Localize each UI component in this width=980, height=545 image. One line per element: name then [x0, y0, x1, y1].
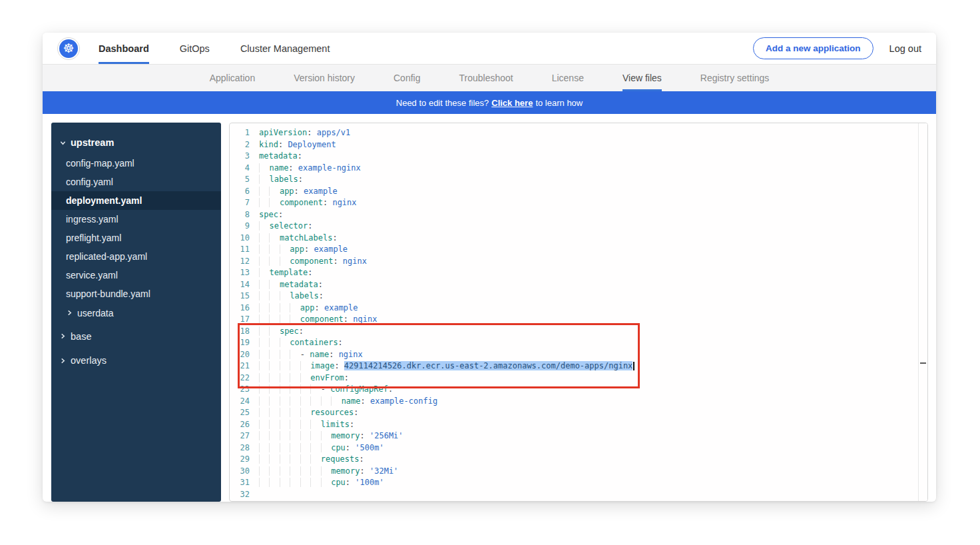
banner-text-before: Need to edit these files? — [396, 98, 489, 108]
cursor-position-marker — [920, 362, 926, 364]
tree-item-label: base — [71, 332, 91, 342]
nav-item-cluster-management[interactable]: Cluster Management — [240, 33, 330, 64]
editor-scrollbar[interactable] — [918, 123, 927, 501]
tab-troubleshoot[interactable]: Troubleshoot — [459, 65, 513, 91]
content-area: upstreamconfig-map.yamlconfig.yamldeploy… — [43, 114, 936, 502]
text-cursor — [633, 362, 634, 370]
tree-item-label: service.yaml — [66, 271, 118, 280]
tree-file-config-map.yaml[interactable]: config-map.yaml — [51, 154, 221, 173]
code-line[interactable]: 8spec: — [230, 209, 918, 221]
tree-item-label: support-bundle.yaml — [66, 289, 150, 298]
tree-file-deployment.yaml[interactable]: deployment.yaml — [51, 191, 221, 210]
tree-item-label: config.yaml — [66, 177, 113, 187]
code-line[interactable]: 19 containers: — [230, 337, 918, 349]
code-line[interactable]: 26 limits: — [230, 419, 918, 431]
code-line[interactable]: 30 memory: '32Mi' — [230, 466, 918, 478]
code-line[interactable]: 11 app: example — [230, 244, 918, 256]
logout-link[interactable]: Log out — [889, 43, 921, 54]
code-line[interactable]: 24 name: example-config — [230, 396, 918, 408]
code-line[interactable]: 14 metadata: — [230, 279, 918, 291]
code-line[interactable]: 4 name: example-nginx — [230, 163, 918, 175]
tree-item-label: upstream — [71, 138, 114, 148]
code-line[interactable]: 29 requests: — [230, 454, 918, 466]
chevron-right-icon — [58, 333, 67, 339]
kubernetes-helm-icon: ☸ — [59, 39, 78, 58]
tab-version-history[interactable]: Version history — [294, 65, 355, 91]
edit-files-banner: Need to edit these files? Click here to … — [43, 91, 936, 114]
tree-item-label: preflight.yaml — [66, 233, 121, 243]
code-line[interactable]: 31 cpu: '100m' — [230, 477, 918, 489]
admin-console-window: ☸ DashboardGitOpsCluster Management Add … — [43, 33, 936, 502]
nav-item-gitops[interactable]: GitOps — [180, 33, 210, 64]
tree-folder-userdata[interactable]: userdata — [51, 303, 221, 323]
nav-item-dashboard[interactable]: Dashboard — [99, 33, 149, 64]
kubernetes-logo: ☸ — [57, 37, 80, 60]
code-line[interactable]: 3metadata: — [230, 151, 918, 163]
tab-view-files[interactable]: View files — [622, 65, 662, 91]
tab-application[interactable]: Application — [210, 65, 256, 91]
chevron-right-icon — [58, 358, 67, 364]
banner-text-after: to learn how — [535, 98, 583, 108]
tree-item-label: deployment.yaml — [66, 196, 142, 205]
chevron-down-icon — [58, 140, 67, 146]
tree-item-label: config-map.yaml — [66, 159, 134, 168]
code-line[interactable]: 17 component: nginx — [230, 314, 918, 326]
code-line[interactable]: 28 cpu: '500m' — [230, 442, 918, 454]
tree-item-label: ingress.yaml — [66, 215, 119, 224]
tree-folder-upstream[interactable]: upstream — [51, 132, 221, 154]
file-tree-sidebar: upstreamconfig-map.yamlconfig.yamldeploy… — [51, 123, 221, 502]
code-line[interactable]: 1apiVersion: apps/v1 — [230, 127, 918, 139]
code-line[interactable]: 23 - configMapRef: — [230, 384, 918, 396]
tree-file-preflight.yaml[interactable]: preflight.yaml — [51, 229, 221, 247]
code-line[interactable]: 2kind: Deployment — [230, 139, 918, 151]
code-line[interactable]: 5 labels: — [230, 174, 918, 186]
tree-item-label: replicated-app.yaml — [66, 252, 147, 261]
tree-file-service.yaml[interactable]: service.yaml — [51, 266, 221, 284]
tab-registry-settings[interactable]: Registry settings — [700, 65, 769, 91]
tree-file-config.yaml[interactable]: config.yaml — [51, 173, 221, 191]
tree-file-replicated-app.yaml[interactable]: replicated-app.yaml — [51, 247, 221, 266]
tree-folder-overlays[interactable]: overlays — [51, 350, 221, 372]
tab-license[interactable]: License — [552, 65, 584, 91]
file-view-tabs: ApplicationVersion historyConfigTroubles… — [43, 65, 936, 91]
tree-file-support-bundle.yaml[interactable]: support-bundle.yaml — [51, 284, 221, 303]
code-line[interactable]: 27 memory: '256Mi' — [230, 430, 918, 442]
banner-click-here-link[interactable]: Click here — [491, 98, 533, 108]
chevron-right-icon — [65, 310, 74, 316]
code-line[interactable]: 16 app: example — [230, 302, 918, 314]
code-line[interactable]: 12 component: nginx — [230, 256, 918, 268]
tree-folder-base[interactable]: base — [51, 326, 221, 348]
selected-text: 429114214526.dkr.ecr.us-east-2.amazonaws… — [344, 361, 632, 370]
code-line[interactable]: 9 selector: — [230, 221, 918, 233]
code-line[interactable]: 10 matchLabels: — [230, 233, 918, 245]
code-line[interactable]: 15 labels: — [230, 290, 918, 302]
code-area[interactable]: 1apiVersion: apps/v12kind: Deployment3me… — [230, 123, 918, 501]
add-application-button[interactable]: Add a new application — [753, 37, 873, 59]
code-line[interactable]: 13 template: — [230, 267, 918, 279]
tree-file-ingress.yaml[interactable]: ingress.yaml — [51, 210, 221, 229]
yaml-editor[interactable]: 1apiVersion: apps/v12kind: Deployment3me… — [229, 123, 928, 502]
tab-config[interactable]: Config — [393, 65, 420, 91]
main-nav: DashboardGitOpsCluster Management — [99, 33, 330, 64]
code-line[interactable]: 32 — [230, 489, 918, 501]
header-right: Add a new application Log out — [753, 37, 921, 59]
code-line[interactable]: 7 component: nginx — [230, 197, 918, 209]
code-line[interactable]: 21 image: 429114214526.dkr.ecr.us-east-2… — [230, 360, 918, 372]
top-header: ☸ DashboardGitOpsCluster Management Add … — [43, 33, 936, 65]
code-line[interactable]: 18 spec: — [230, 326, 918, 338]
tree-item-label: overlays — [71, 356, 107, 366]
code-line[interactable]: 25 resources: — [230, 407, 918, 419]
code-line[interactable]: 6 app: example — [230, 186, 918, 198]
code-line[interactable]: 20 - name: nginx — [230, 349, 918, 361]
code-line[interactable]: 22 envFrom: — [230, 372, 918, 384]
tree-item-label: userdata — [77, 308, 113, 318]
